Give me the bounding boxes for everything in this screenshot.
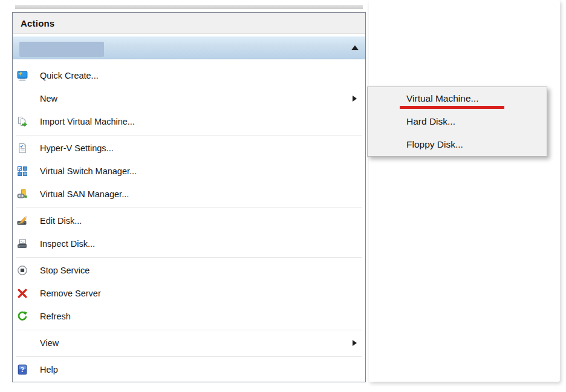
no-icon-spacer [17, 93, 30, 104]
action-item-virtual-switch-manager[interactable]: Virtual Switch Manager... [13, 160, 365, 183]
cropped-pane-edge [15, 5, 363, 9]
import-vm-icon [17, 116, 30, 127]
action-item-stop-service[interactable]: Stop Service [13, 259, 365, 282]
action-item-view[interactable]: View [13, 332, 365, 354]
action-item-edit-disk[interactable]: Edit Disk... [13, 209, 365, 232]
quick-create-icon [17, 70, 30, 81]
actions-pane-header: Actions [13, 13, 365, 34]
action-item-label: Stop Service [40, 266, 89, 275]
actions-list: Quick Create...NewImport Virtual Machine… [13, 64, 365, 381]
help-icon: ? [17, 364, 30, 375]
screenshot-root: Actions Quick Create...NewImport Virtual… [0, 0, 566, 392]
action-item-label: Import Virtual Machine... [40, 117, 135, 126]
action-item-remove-server[interactable]: Remove Server [13, 282, 365, 305]
action-item-label: Hyper-V Settings... [40, 143, 114, 153]
server-section-header[interactable] [13, 36, 365, 59]
action-item-help[interactable]: ?Help [13, 358, 365, 381]
submenu-item-label: Hard Disk... [406, 116, 455, 127]
inspect-disk-icon [17, 238, 30, 249]
submenu-item-label: Floppy Disk... [406, 139, 463, 150]
no-icon-spacer [17, 338, 30, 348]
desktop-wallpaper-water [369, 0, 560, 382]
action-item-label: Edit Disk... [40, 216, 82, 226]
virtual-san-icon [17, 189, 30, 200]
action-item-label: Remove Server [40, 289, 101, 298]
action-item-import-virtual-machine[interactable]: Import Virtual Machine... [13, 110, 365, 133]
action-item-refresh[interactable]: Refresh [13, 305, 365, 328]
submenu-item-floppy-disk[interactable]: Floppy Disk... [368, 133, 547, 156]
actions-pane-title: Actions [21, 18, 54, 28]
collapse-up-icon[interactable] [351, 45, 359, 50]
action-item-label: Refresh [40, 312, 71, 321]
action-item-new[interactable]: New [13, 87, 365, 110]
action-item-virtual-san-manager[interactable]: Virtual SAN Manager... [13, 183, 365, 206]
remove-server-icon [17, 288, 30, 299]
submenu-item-virtual-machine[interactable]: Virtual Machine... [368, 87, 547, 110]
action-item-label: Inspect Disk... [40, 239, 95, 249]
new-submenu: Virtual Machine...Hard Disk...Floppy Dis… [367, 87, 547, 157]
action-item-label: View [40, 338, 59, 348]
annotation-underline [400, 106, 504, 109]
virtual-switch-icon [17, 166, 30, 177]
submenu-item-label: Virtual Machine... [406, 93, 478, 104]
redacted-server-name [19, 42, 104, 57]
edit-disk-icon [17, 215, 30, 226]
action-item-label: Quick Create... [40, 71, 99, 80]
action-item-label: Virtual Switch Manager... [40, 166, 137, 176]
submenu-arrow-icon [353, 96, 357, 102]
action-item-inspect-disk[interactable]: Inspect Disk... [13, 232, 365, 255]
hyperv-settings-icon [17, 143, 30, 154]
action-item-label: New [40, 94, 57, 103]
stop-service-icon [17, 265, 30, 276]
actions-pane: Actions Quick Create...NewImport Virtual… [12, 12, 366, 382]
action-item-quick-create[interactable]: Quick Create... [13, 64, 365, 87]
action-item-label: Help [40, 365, 58, 374]
svg-text:?: ? [21, 365, 24, 374]
submenu-arrow-icon [353, 340, 357, 346]
action-item-label: Virtual SAN Manager... [40, 189, 129, 199]
action-item-hyper-v-settings[interactable]: Hyper-V Settings... [13, 137, 365, 160]
refresh-icon [17, 311, 30, 322]
submenu-item-hard-disk[interactable]: Hard Disk... [368, 110, 547, 133]
